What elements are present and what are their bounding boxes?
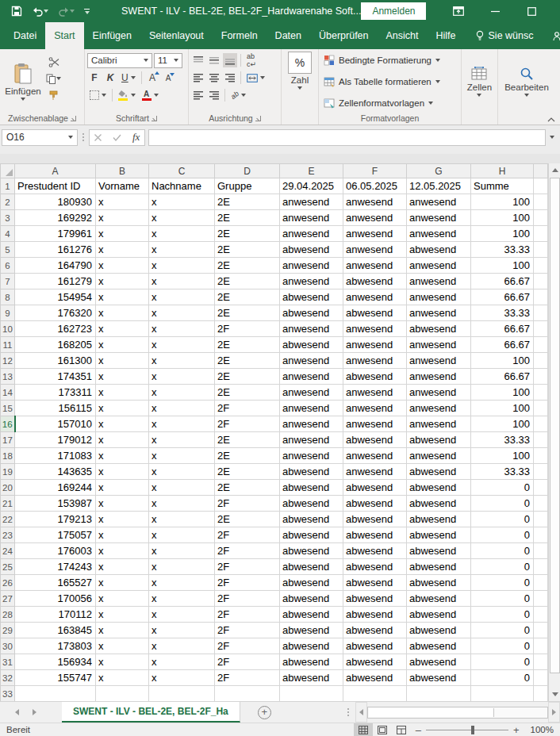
cell-A2[interactable]: 180930 — [15, 194, 96, 210]
cell-F15[interactable]: anwesend — [343, 401, 407, 416]
cell-D2[interactable]: 2E — [215, 194, 280, 210]
col-header-A[interactable]: A — [15, 164, 96, 178]
wrap-text-button[interactable]: abc↵ — [244, 53, 259, 67]
cell-D4[interactable]: 2E — [215, 226, 280, 242]
cell-H21[interactable]: 0 — [471, 496, 534, 512]
undo-button[interactable] — [29, 5, 52, 18]
cell-C8[interactable]: x — [149, 289, 215, 305]
cell-partial-28[interactable] — [534, 607, 548, 623]
maximize-button[interactable] — [513, 0, 550, 22]
cell-F6[interactable]: anwesend — [343, 258, 407, 274]
cell-G19[interactable]: abwesend — [407, 464, 471, 480]
redo-button[interactable] — [55, 5, 78, 18]
cell-A22[interactable]: 179213 — [15, 512, 96, 527]
col-header-D[interactable]: D — [215, 164, 280, 178]
cell-H17[interactable]: 33.33 — [471, 432, 534, 448]
col-header-E[interactable]: E — [280, 164, 343, 178]
cell-H31[interactable]: 0 — [471, 654, 534, 670]
cell-G1[interactable]: 12.05.2025 — [407, 178, 471, 194]
cell-D14[interactable]: 2E — [215, 385, 280, 401]
formula-bar-divider[interactable] — [78, 136, 89, 138]
cell-partial-5[interactable] — [534, 242, 548, 258]
cell-H1[interactable]: Summe — [471, 178, 534, 194]
cell-B22[interactable]: x — [96, 512, 149, 527]
row-header-3[interactable]: 3 — [1, 210, 15, 226]
align-middle-button[interactable] — [207, 53, 221, 67]
horizontal-scrollbar[interactable] — [355, 702, 560, 723]
cell-B13[interactable]: x — [96, 369, 149, 385]
cell-B8[interactable]: x — [96, 289, 149, 305]
zoom-out-button[interactable]: – — [411, 724, 426, 736]
cell-G16[interactable]: anwesend — [407, 416, 471, 432]
font-color-button[interactable]: A — [140, 88, 161, 102]
cell-H7[interactable]: 66.67 — [471, 274, 534, 289]
cell-G32[interactable]: abwesend — [407, 670, 471, 686]
cell-partial-16[interactable] — [534, 416, 548, 432]
cell-B5[interactable]: x — [96, 242, 149, 258]
cell-A19[interactable]: 143635 — [15, 464, 96, 480]
save-button[interactable] — [8, 4, 25, 18]
cell-C4[interactable]: x — [149, 226, 215, 242]
cell-D18[interactable]: 2E — [215, 448, 280, 464]
align-center-button[interactable] — [207, 71, 221, 85]
cell-G26[interactable]: abwesend — [407, 575, 471, 591]
cell-partial-13[interactable] — [534, 369, 548, 385]
cell-D1[interactable]: Gruppe — [215, 178, 280, 194]
cell-B23[interactable]: x — [96, 527, 149, 543]
cell-F22[interactable]: abwesend — [343, 512, 407, 527]
cell-B20[interactable]: x — [96, 480, 149, 496]
zoom-level[interactable]: 100% — [531, 725, 554, 734]
cell-D5[interactable]: 2E — [215, 242, 280, 258]
cell-partial-18[interactable] — [534, 448, 548, 464]
cell-G27[interactable]: abwesend — [407, 591, 471, 607]
cell-partial-9[interactable] — [534, 305, 548, 321]
cell-H25[interactable]: 0 — [471, 559, 534, 575]
cell-E21[interactable]: abwesend — [280, 496, 343, 512]
cell-partial-4[interactable] — [534, 226, 548, 242]
cell-C19[interactable]: x — [149, 464, 215, 480]
cell-E4[interactable]: anwesend — [280, 226, 343, 242]
row-header-23[interactable]: 23 — [1, 527, 15, 543]
cell-B33[interactable] — [96, 686, 149, 702]
cell-B2[interactable]: x — [96, 194, 149, 210]
cell-H2[interactable]: 100 — [471, 194, 534, 210]
row-header-22[interactable]: 22 — [1, 512, 15, 527]
cell-H15[interactable]: 100 — [471, 401, 534, 416]
minimize-button[interactable] — [477, 0, 513, 22]
cells-button[interactable]: Zellen — [467, 67, 492, 97]
row-header-26[interactable]: 26 — [1, 575, 15, 591]
cell-G31[interactable]: abwesend — [407, 654, 471, 670]
cell-F5[interactable]: anwesend — [343, 242, 407, 258]
cell-H18[interactable]: 100 — [471, 448, 534, 464]
cell-partial-27[interactable] — [534, 591, 548, 607]
scroll-up-button[interactable] — [549, 163, 560, 177]
row-header-5[interactable]: 5 — [1, 242, 15, 258]
align-bottom-button[interactable] — [223, 53, 237, 67]
italic-button[interactable]: K — [103, 71, 117, 85]
tab-einfuegen[interactable]: Einfügen — [84, 22, 140, 49]
cell-E17[interactable]: anwesend — [280, 432, 343, 448]
cell-E29[interactable]: abwesend — [280, 623, 343, 638]
sheet-nav-left-button[interactable] — [8, 709, 25, 715]
cell-D9[interactable]: 2E — [215, 305, 280, 321]
cell-partial-6[interactable] — [534, 258, 548, 274]
cell-E8[interactable]: abwesend — [280, 289, 343, 305]
cell-C16[interactable]: x — [149, 416, 215, 432]
cell-H32[interactable]: 0 — [471, 670, 534, 686]
row-header-16[interactable]: 16 — [1, 416, 15, 432]
cell-F26[interactable]: abwesend — [343, 575, 407, 591]
cell-G4[interactable]: anwesend — [407, 226, 471, 242]
cell-E19[interactable]: abwesend — [280, 464, 343, 480]
cell-F7[interactable]: abwesend — [343, 274, 407, 289]
tab-datei[interactable]: Datei — [5, 22, 45, 49]
cell-C5[interactable]: x — [149, 242, 215, 258]
cell-D30[interactable]: 2F — [215, 638, 280, 654]
cell-A25[interactable]: 174243 — [15, 559, 96, 575]
cell-G7[interactable]: anwesend — [407, 274, 471, 289]
row-header-17[interactable]: 17 — [1, 432, 15, 448]
cell-E16[interactable]: anwesend — [280, 416, 343, 432]
tab-ueberpruefen[interactable]: Überprüfen — [310, 22, 378, 49]
cell-D32[interactable]: 2F — [215, 670, 280, 686]
cell-C3[interactable]: x — [149, 210, 215, 226]
format-painter-button[interactable] — [44, 88, 63, 102]
